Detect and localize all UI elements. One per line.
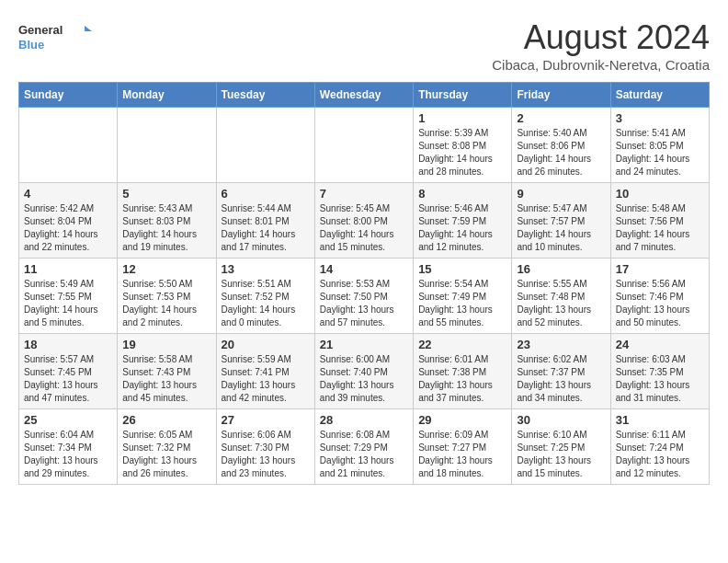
day-number: 22: [418, 338, 506, 351]
calendar-cell: 20 Sunrise: 5:59 AMSunset: 7:41 PMDaylig…: [216, 334, 314, 409]
location-title: Cibaca, Dubrovnik-Neretva, Croatia: [492, 57, 710, 73]
day-number: 26: [122, 413, 210, 427]
calendar-cell: [19, 108, 118, 183]
day-info: Sunrise: 5:45 AMSunset: 8:00 PMDaylight:…: [320, 202, 408, 254]
day-number: 29: [418, 413, 506, 427]
calendar-cell: 1 Sunrise: 5:39 AMSunset: 8:08 PMDayligh…: [414, 108, 512, 183]
day-number: 24: [616, 338, 704, 351]
day-number: 3: [616, 111, 704, 125]
calendar-cell: 26 Sunrise: 6:05 AMSunset: 7:32 PMDaylig…: [118, 409, 216, 485]
calendar-cell: 15 Sunrise: 5:54 AMSunset: 7:49 PMDaylig…: [414, 259, 512, 334]
day-number: 14: [320, 262, 408, 276]
month-year-title: August 2024: [492, 18, 710, 57]
day-info: Sunrise: 6:04 AMSunset: 7:34 PMDaylight:…: [24, 429, 112, 480]
calendar-cell: 5 Sunrise: 5:43 AMSunset: 8:03 PMDayligh…: [118, 183, 216, 259]
calendar-cell: 16 Sunrise: 5:55 AMSunset: 7:48 PMDaylig…: [512, 259, 610, 334]
day-number: 11: [24, 262, 112, 276]
day-info: Sunrise: 5:51 AMSunset: 7:52 PMDaylight:…: [222, 278, 310, 329]
day-number: 2: [517, 111, 605, 125]
day-number: 12: [122, 262, 210, 276]
calendar-cell: 31 Sunrise: 6:11 AMSunset: 7:24 PMDaylig…: [610, 409, 709, 485]
calendar-cell: 8 Sunrise: 5:46 AMSunset: 7:59 PMDayligh…: [414, 183, 512, 259]
weekday-header-saturday: Saturday: [610, 83, 709, 108]
day-info: Sunrise: 6:10 AMSunset: 7:25 PMDaylight:…: [517, 429, 605, 480]
calendar-cell: 10 Sunrise: 5:48 AMSunset: 7:56 PMDaylig…: [610, 183, 709, 259]
weekday-header-thursday: Thursday: [414, 83, 512, 108]
day-number: 9: [517, 187, 605, 201]
calendar-cell: 22 Sunrise: 6:01 AMSunset: 7:38 PMDaylig…: [414, 334, 512, 409]
day-info: Sunrise: 5:47 AMSunset: 7:57 PMDaylight:…: [517, 202, 605, 254]
logo: General Blue: [18, 18, 92, 55]
calendar-cell: 11 Sunrise: 5:49 AMSunset: 7:55 PMDaylig…: [19, 259, 118, 334]
day-info: Sunrise: 6:05 AMSunset: 7:32 PMDaylight:…: [122, 429, 210, 480]
day-info: Sunrise: 6:09 AMSunset: 7:27 PMDaylight:…: [418, 429, 506, 480]
day-number: 4: [24, 187, 112, 201]
calendar-cell: 30 Sunrise: 6:10 AMSunset: 7:25 PMDaylig…: [512, 409, 610, 485]
weekday-header-monday: Monday: [118, 83, 216, 108]
weekday-header-tuesday: Tuesday: [216, 83, 314, 108]
day-info: Sunrise: 6:01 AMSunset: 7:38 PMDaylight:…: [418, 353, 506, 405]
day-number: 30: [517, 413, 605, 427]
title-block: August 2024 Cibaca, Dubrovnik-Neretva, C…: [492, 18, 710, 73]
day-number: 17: [616, 262, 704, 276]
day-info: Sunrise: 5:48 AMSunset: 7:56 PMDaylight:…: [616, 202, 704, 254]
day-number: 1: [418, 111, 506, 125]
calendar-cell: [314, 108, 413, 183]
day-number: 23: [517, 338, 605, 351]
day-info: Sunrise: 5:46 AMSunset: 7:59 PMDaylight:…: [418, 202, 506, 254]
logo-svg: General Blue: [18, 18, 92, 55]
day-number: 6: [222, 187, 310, 201]
day-info: Sunrise: 5:54 AMSunset: 7:49 PMDaylight:…: [418, 278, 506, 329]
day-number: 28: [320, 413, 408, 427]
day-info: Sunrise: 5:39 AMSunset: 8:08 PMDaylight:…: [418, 127, 506, 178]
day-info: Sunrise: 5:43 AMSunset: 8:03 PMDaylight:…: [122, 202, 210, 254]
calendar-cell: 9 Sunrise: 5:47 AMSunset: 7:57 PMDayligh…: [512, 183, 610, 259]
calendar-cell: 14 Sunrise: 5:53 AMSunset: 7:50 PMDaylig…: [314, 259, 413, 334]
calendar-cell: 13 Sunrise: 5:51 AMSunset: 7:52 PMDaylig…: [216, 259, 314, 334]
day-info: Sunrise: 6:02 AMSunset: 7:37 PMDaylight:…: [517, 353, 605, 405]
calendar-cell: [216, 108, 314, 183]
day-info: Sunrise: 5:57 AMSunset: 7:45 PMDaylight:…: [24, 353, 112, 405]
calendar-table: SundayMondayTuesdayWednesdayThursdayFrid…: [18, 82, 710, 485]
day-info: Sunrise: 5:59 AMSunset: 7:41 PMDaylight:…: [222, 353, 310, 405]
day-info: Sunrise: 5:44 AMSunset: 8:01 PMDaylight:…: [222, 202, 310, 254]
calendar-cell: 19 Sunrise: 5:58 AMSunset: 7:43 PMDaylig…: [118, 334, 216, 409]
day-number: 5: [122, 187, 210, 201]
calendar-cell: 28 Sunrise: 6:08 AMSunset: 7:29 PMDaylig…: [314, 409, 413, 485]
day-info: Sunrise: 5:58 AMSunset: 7:43 PMDaylight:…: [122, 353, 210, 405]
day-info: Sunrise: 6:08 AMSunset: 7:29 PMDaylight:…: [320, 429, 408, 480]
weekday-header-wednesday: Wednesday: [314, 83, 413, 108]
day-info: Sunrise: 6:11 AMSunset: 7:24 PMDaylight:…: [616, 429, 704, 480]
calendar-cell: 21 Sunrise: 6:00 AMSunset: 7:40 PMDaylig…: [314, 334, 413, 409]
day-number: 7: [320, 187, 408, 201]
day-info: Sunrise: 5:50 AMSunset: 7:53 PMDaylight:…: [122, 278, 210, 329]
svg-text:General: General: [18, 23, 63, 37]
day-info: Sunrise: 5:53 AMSunset: 7:50 PMDaylight:…: [320, 278, 408, 329]
day-info: Sunrise: 6:03 AMSunset: 7:35 PMDaylight:…: [616, 353, 704, 405]
calendar-cell: 23 Sunrise: 6:02 AMSunset: 7:37 PMDaylig…: [512, 334, 610, 409]
day-number: 21: [320, 338, 408, 351]
calendar-cell: 4 Sunrise: 5:42 AMSunset: 8:04 PMDayligh…: [19, 183, 118, 259]
weekday-header-sunday: Sunday: [19, 83, 118, 108]
day-info: Sunrise: 6:00 AMSunset: 7:40 PMDaylight:…: [320, 353, 408, 405]
day-number: 16: [517, 262, 605, 276]
day-number: 19: [122, 338, 210, 351]
day-number: 20: [222, 338, 310, 351]
calendar-cell: 24 Sunrise: 6:03 AMSunset: 7:35 PMDaylig…: [610, 334, 709, 409]
calendar-cell: 2 Sunrise: 5:40 AMSunset: 8:06 PMDayligh…: [512, 108, 610, 183]
page-header: General Blue August 2024 Cibaca, Dubrovn…: [18, 18, 710, 73]
day-info: Sunrise: 5:55 AMSunset: 7:48 PMDaylight:…: [517, 278, 605, 329]
day-number: 25: [24, 413, 112, 427]
calendar-cell: 12 Sunrise: 5:50 AMSunset: 7:53 PMDaylig…: [118, 259, 216, 334]
day-info: Sunrise: 5:41 AMSunset: 8:05 PMDaylight:…: [616, 127, 704, 178]
calendar-cell: 25 Sunrise: 6:04 AMSunset: 7:34 PMDaylig…: [19, 409, 118, 485]
day-number: 13: [222, 262, 310, 276]
day-number: 31: [616, 413, 704, 427]
day-number: 18: [24, 338, 112, 351]
day-info: Sunrise: 5:49 AMSunset: 7:55 PMDaylight:…: [24, 278, 112, 329]
day-info: Sunrise: 5:42 AMSunset: 8:04 PMDaylight:…: [24, 202, 112, 254]
calendar-cell: 6 Sunrise: 5:44 AMSunset: 8:01 PMDayligh…: [216, 183, 314, 259]
day-number: 10: [616, 187, 704, 201]
svg-text:Blue: Blue: [18, 38, 44, 52]
day-info: Sunrise: 5:40 AMSunset: 8:06 PMDaylight:…: [517, 127, 605, 178]
